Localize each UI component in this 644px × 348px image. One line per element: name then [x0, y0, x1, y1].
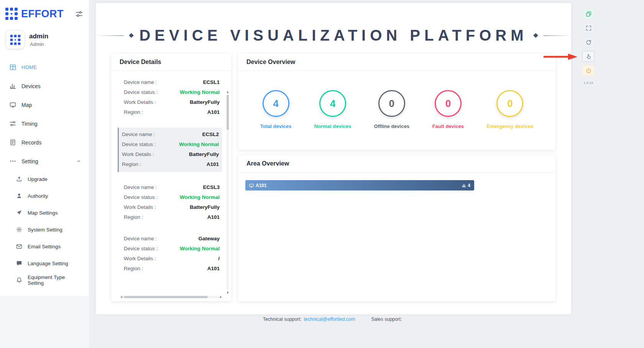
device-stats-row: 4 Total devices 4 Normal devices 0 Offli…: [238, 71, 555, 129]
area-name: A101: [256, 183, 267, 188]
sidebar-collapse-icon[interactable]: [76, 10, 83, 18]
work-details-value: /: [218, 256, 220, 261]
logo: EFFORT: [5, 7, 64, 21]
device-entry-ecsl2-selected[interactable]: Device name :ECSL2 Device status :Workin…: [118, 128, 222, 172]
layers-button[interactable]: [582, 8, 595, 19]
stat-normal-devices: 4 Normal devices: [314, 90, 351, 129]
power-button[interactable]: [582, 65, 595, 76]
scroll-right-icon[interactable]: ▶: [220, 295, 222, 299]
stat-circle: 0: [435, 90, 462, 117]
device-name-value: ECSL1: [203, 79, 220, 85]
chat-icon: [16, 260, 22, 266]
device-name-label: Device name :: [122, 131, 155, 137]
scrollbar-thumb[interactable]: [124, 296, 208, 298]
region-value: A101: [207, 109, 220, 115]
device-name-label: Device name :: [124, 79, 157, 85]
sidebar-item-map[interactable]: Map: [0, 95, 89, 114]
logo-text: EFFORT: [21, 8, 64, 20]
envelope-icon: [16, 243, 22, 250]
device-name-value: Gateway: [198, 236, 220, 241]
gear-icon: [16, 227, 22, 233]
upgrade-icon: [16, 176, 22, 182]
sidebar-item-language-setting[interactable]: Language Setting: [0, 255, 89, 272]
sliders-icon: [10, 120, 16, 127]
region-label: Region :: [122, 161, 141, 167]
area-count-value: 4: [468, 183, 470, 188]
sidebar-item-label: Setting: [21, 158, 38, 164]
brand-pixel-icon: [5, 7, 18, 21]
title-decor-diamond-right: [533, 33, 538, 38]
sidebar-item-label: System Setting: [28, 227, 62, 233]
title-decor-diamond-left: [129, 33, 134, 38]
sidebar-item-label: Timing: [21, 121, 38, 127]
horizontal-scrollbar[interactable]: ◀ ▶: [120, 295, 222, 299]
stat-label: Total devices: [260, 123, 291, 129]
work-details-label: Work Details :: [124, 204, 156, 210]
right-toolbar: 1.0.24: [582, 8, 595, 86]
document-icon: [10, 139, 16, 146]
area-bar-a101[interactable]: A101 4: [245, 180, 474, 190]
device-status-value: Working Normal: [179, 141, 219, 147]
sidebar-item-setting[interactable]: Setting: [0, 152, 89, 171]
sidebar-item-system-setting[interactable]: System Setting: [0, 221, 89, 238]
scroll-down-icon[interactable]: ▼: [225, 291, 230, 295]
device-entry-ecsl3[interactable]: Device name :ECSL3 Device status :Workin…: [122, 181, 220, 223]
work-details-value: BatteryFully: [190, 204, 220, 210]
device-status-value: Working Normal: [180, 89, 220, 95]
avatar: [6, 31, 24, 49]
device-name-value: ECSL2: [202, 131, 219, 137]
stat-label: Emergency devices: [487, 123, 533, 129]
region-label: Region :: [124, 266, 143, 271]
monitor-icon: [249, 183, 254, 188]
device-details-title: Device Details: [111, 54, 231, 71]
refresh-button[interactable]: [582, 37, 595, 48]
sidebar-item-records[interactable]: Records: [0, 133, 89, 152]
region-label: Region :: [124, 214, 143, 220]
touch-mode-button[interactable]: [582, 51, 595, 62]
sidebar-item-timing[interactable]: Timing: [0, 114, 89, 133]
sidebar-item-map-settings[interactable]: Map Settings: [0, 204, 89, 221]
scroll-up-icon[interactable]: ▲: [225, 90, 230, 94]
device-details-list: Device name :ECSL1 Device status :Workin…: [111, 71, 231, 301]
vertical-scrollbar[interactable]: ▲ ▼: [225, 90, 230, 295]
stat-circle: 4: [263, 90, 289, 117]
grid-icon: [10, 64, 16, 71]
sidebar-item-home[interactable]: HOME: [0, 58, 89, 77]
device-status-label: Device status :: [124, 89, 158, 95]
refresh-icon: [586, 39, 591, 45]
work-details-label: Work Details :: [124, 256, 156, 261]
sidebar-item-label: Authority: [28, 193, 48, 199]
technical-support-email-link[interactable]: technical@effortled.com: [304, 317, 355, 322]
device-name-value: ECSL3: [203, 184, 220, 190]
stat-label: Normal devices: [314, 123, 351, 129]
device-details-panel: Device Details Device name :ECSL1 Device…: [111, 54, 231, 301]
power-icon: [586, 68, 591, 74]
sidebar-item-equipment-type-setting[interactable]: Equipment Type Setting: [0, 272, 89, 289]
region-value: A101: [207, 266, 220, 271]
sidebar-item-devices[interactable]: Devices: [0, 77, 89, 95]
ellipsis-icon: [10, 158, 16, 164]
scrollbar-thumb[interactable]: [227, 95, 229, 130]
user-card[interactable]: admin Admin: [0, 28, 89, 58]
area-overview-title: Area Overview: [238, 155, 555, 172]
region-label: Region :: [124, 109, 143, 115]
fullscreen-button[interactable]: [582, 23, 595, 33]
sidebar-item-email-settings[interactable]: Email Settings: [0, 238, 89, 255]
device-overview-panel: Device Overview 4 Total devices 4 Normal…: [238, 54, 555, 150]
work-details-label: Work Details :: [124, 99, 156, 105]
user-icon: [16, 193, 22, 199]
stat-circle: 0: [378, 90, 405, 117]
sidebar-item-label: Upgrade: [28, 176, 48, 182]
sidebar-item-upgrade[interactable]: Upgrade: [0, 171, 89, 187]
device-entry-ecsl1[interactable]: Device name :ECSL1 Device status :Workin…: [122, 76, 220, 118]
device-entry-gateway[interactable]: Device name :Gateway Device status :Work…: [122, 233, 220, 275]
sidebar-item-label: Records: [21, 140, 41, 146]
device-status-label: Device status :: [124, 246, 158, 251]
scrollbar-track[interactable]: [122, 296, 220, 298]
sidebar-nav: HOME Devices Map Timing Records: [0, 58, 89, 289]
stat-fault-devices: 0 Fault devices: [432, 90, 464, 129]
sidebar-item-authority[interactable]: Authority: [0, 187, 89, 204]
stat-emergency-devices: 0 Emergency devices: [487, 90, 533, 129]
stat-circle: 4: [319, 90, 346, 117]
stat-label: Offline devices: [374, 123, 409, 129]
